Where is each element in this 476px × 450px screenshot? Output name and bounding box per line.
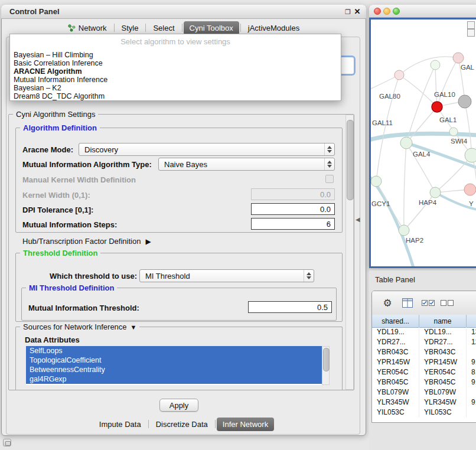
cell[interactable]: YDL19... [419,327,467,337]
float-window-icon[interactable]: ❐ [344,8,352,16]
column-header-name[interactable]: name [419,315,467,328]
column-header-clipped[interactable] [467,315,476,328]
tab-discretize-data[interactable]: Discretize Data [150,418,214,431]
cell[interactable] [467,347,476,357]
cell[interactable]: YBL079W [372,387,419,397]
zoom-traffic-light[interactable] [393,8,400,15]
cell[interactable]: YDL19... [372,327,419,337]
kernel-width-field[interactable]: 0.0 [251,188,335,200]
cell[interactable]: 9. [467,397,476,407]
close-icon[interactable]: ✕ [353,7,361,16]
column-header-shared-name[interactable]: shared... [372,315,419,328]
tab-infer-network[interactable]: Infer Network [217,418,274,431]
panel-splitter-arrow[interactable]: ◀ [356,216,360,223]
deselect-all-checks-icon[interactable] [441,299,454,308]
cell[interactable] [467,387,476,397]
aracne-mode-select[interactable]: Discovery [79,143,335,156]
mi-threshold-field[interactable]: 0.5 [248,301,332,313]
hub-definition-toggle[interactable]: Hub/Transcription Factor Definition ▶ [22,237,151,246]
window-title: Control Panel [9,7,60,16]
tab-impute-data[interactable]: Impute Data [93,418,147,431]
minimize-traffic-light[interactable] [383,8,390,15]
table-row[interactable]: YBL079W YBL079W [372,387,476,397]
cell[interactable]: YPR145W [372,357,419,367]
network-node-swi4[interactable] [465,148,476,162]
tab-cyni-toolbox[interactable]: Cyni Toolbox [184,21,239,35]
network-node-hap2[interactable] [399,225,409,236]
table-row[interactable]: YBR045C YBR045C 9. [372,377,476,387]
cell[interactable]: 13 [467,327,476,337]
dpi-tolerance-field[interactable]: 0.0 [251,203,335,215]
attribute-item-selected[interactable]: BetweennessCentrality [26,365,322,374]
tab-style[interactable]: Style [116,21,145,35]
network-node-gal1[interactable] [449,128,458,136]
attribute-item-selected[interactable]: gal4RGexp [26,374,322,384]
cell[interactable]: YDR27... [419,337,467,347]
network-node[interactable] [371,176,382,187]
dropdown-item-selected[interactable]: ARACNE Algorithm [11,67,340,76]
mi-steps-field[interactable]: 6 [251,218,335,230]
network-node-hap4[interactable] [430,187,441,198]
cell[interactable]: YDR27... [372,337,419,347]
sources-toggle[interactable]: Sources for Network Inference ▼ [20,322,139,331]
gear-icon[interactable]: ⚙ [382,297,393,309]
collapsed-panel-icon[interactable] [3,439,11,446]
cell[interactable]: YBR043C [419,347,467,357]
attribute-item-selected[interactable]: TopologicalCoefficient [26,356,322,365]
cell[interactable]: YBR045C [419,377,467,387]
cell[interactable]: 8. [467,367,476,377]
table-row[interactable]: YLR345W YLR345W 9. [372,397,476,407]
cell[interactable]: YPR145W [419,357,467,367]
apply-button[interactable]: Apply [159,399,198,412]
cell[interactable]: YBR045C [372,377,419,387]
settings-scrollbar[interactable] [345,115,354,390]
cell[interactable]: YLR345W [419,397,467,407]
network-node-gal10-highlighted[interactable] [432,102,442,112]
table-row[interactable]: YPR145W YPR145W 9. [372,357,476,367]
cell[interactable]: 9. [467,377,476,387]
cell[interactable]: YIL053C [372,407,419,418]
manual-kernel-checkbox[interactable] [325,175,334,183]
cell[interactable]: YLR345W [372,397,419,407]
cell[interactable]: YIL053C [419,407,467,418]
cell[interactable]: YBR043C [372,347,419,357]
table-row[interactable]: YDL19... YDL19... 13 [372,327,476,337]
dropdown-item[interactable]: Mutual Information Inference [11,76,340,84]
dropdown-item[interactable]: Dream8 DC_TDC Algorithm [11,92,340,100]
network-canvas[interactable]: GAL80 GAL10 GAL11 GAL1 SWI4 GAL4 GCY1 HA… [369,18,476,268]
columns-icon[interactable] [402,298,413,309]
dropdown-item[interactable]: Bayesian – K2 [11,84,340,92]
cell[interactable]: YER054C [372,367,419,377]
cell[interactable]: 9. [467,357,476,367]
dropdown-item[interactable]: Bayesian – Hill Climbing [11,51,340,59]
close-traffic-light[interactable] [374,8,381,15]
mi-type-select[interactable]: Naive Bayes [158,158,335,171]
node-label: HAP4 [419,199,437,206]
scrollbar-thumb[interactable] [347,120,354,200]
dropdown-item[interactable]: Basic Correlation Inference [11,59,340,67]
which-threshold-select[interactable]: MI Threshold [139,269,314,282]
table-row[interactable]: YBR043C YBR043C [372,347,476,357]
table-row[interactable]: YDR27... YDR27... 12 [372,337,476,347]
cell[interactable]: YER054C [419,367,467,377]
tab-jactivemodules[interactable]: jActiveModules [242,21,305,35]
scrollbar-thumb[interactable] [323,348,330,371]
network-node-pink[interactable] [464,184,476,195]
tab-select[interactable]: Select [147,21,180,35]
network-node[interactable] [453,53,464,63]
select-all-checks-icon[interactable] [422,299,435,308]
table-row[interactable]: YIL053C YIL053C [372,407,476,418]
attribute-item-selected[interactable]: SelfLoops [26,346,322,356]
cell[interactable] [467,407,476,418]
network-node-gal80[interactable] [395,70,404,80]
cell[interactable]: 12 [467,337,476,347]
network-overlay-button[interactable] [467,21,475,29]
network-node-gray[interactable] [458,95,471,108]
table-row[interactable]: YER054C YER054C 8. [372,367,476,377]
network-node-gal4[interactable] [400,137,412,149]
tab-network[interactable]: Network [62,21,113,35]
network-node[interactable] [431,60,440,70]
network-overlay-button[interactable] [467,29,475,37]
attribute-list-scrollbar[interactable] [322,346,330,385]
cell[interactable]: YBL079W [419,387,467,397]
